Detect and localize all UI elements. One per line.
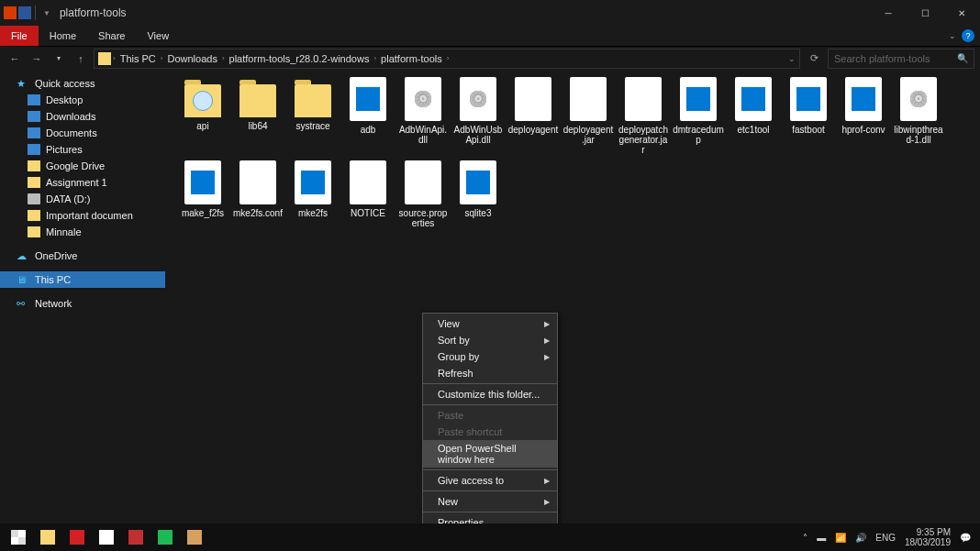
chevron-right-icon[interactable]: › xyxy=(373,54,376,62)
file-item[interactable]: systrace xyxy=(286,77,340,155)
file-item[interactable]: NOTICE xyxy=(341,160,395,228)
tab-share[interactable]: Share xyxy=(87,26,136,46)
nav-documents[interactable]: Documents xyxy=(0,125,165,141)
chevron-right-icon: ▶ xyxy=(544,498,550,506)
downloads-icon xyxy=(28,111,40,122)
menu-item[interactable]: New▶ xyxy=(423,493,557,510)
nav-folder[interactable]: Minnale xyxy=(0,224,165,240)
address-dropdown-icon[interactable]: ⌄ xyxy=(788,54,796,63)
nav-recent-icon[interactable]: ▾ xyxy=(50,50,68,68)
taskbar-popcorn[interactable] xyxy=(180,523,209,551)
taskbar-mail[interactable] xyxy=(92,523,121,551)
tray-language[interactable]: ENG xyxy=(875,533,896,543)
ribbon-tabs: File Home Share View ⌄ ? xyxy=(0,26,980,46)
qat-icon[interactable] xyxy=(18,6,31,19)
breadcrumb-item[interactable]: Downloads xyxy=(164,53,219,64)
taskbar-spotify[interactable] xyxy=(150,523,180,551)
help-icon[interactable]: ? xyxy=(962,29,974,42)
chevron-right-icon[interactable]: › xyxy=(222,54,225,62)
taskbar-app-red[interactable] xyxy=(121,523,150,551)
qat-dropdown-icon[interactable]: ▼ xyxy=(39,9,54,17)
documents-icon xyxy=(28,127,40,138)
tray-volume-icon[interactable]: 🔊 xyxy=(855,533,866,543)
menu-item-label: Paste xyxy=(438,410,463,421)
nav-onedrive[interactable]: ☁OneDrive xyxy=(0,248,165,264)
nav-downloads[interactable]: Downloads xyxy=(0,108,165,125)
nav-pictures[interactable]: Pictures xyxy=(0,141,165,158)
file-item[interactable]: deployagent.jar xyxy=(562,77,615,155)
file-item[interactable]: dmtracedump xyxy=(672,77,725,155)
nav-folder[interactable]: Assignment 1 xyxy=(0,174,165,191)
menu-item[interactable]: Give access to▶ xyxy=(423,472,557,489)
nav-desktop[interactable]: Desktop xyxy=(0,92,165,108)
menu-item[interactable]: Open PowerShell window here xyxy=(423,440,557,468)
file-icon xyxy=(570,77,607,121)
maximize-button[interactable]: ☐ xyxy=(907,0,943,26)
file-item[interactable]: fastboot xyxy=(782,77,835,155)
file-item[interactable]: mke2fs.conf xyxy=(231,160,284,228)
tab-view[interactable]: View xyxy=(136,26,180,46)
file-label: adb xyxy=(361,125,376,135)
file-item[interactable]: AdbWinApi.dll xyxy=(396,77,450,155)
file-grid[interactable]: apilib64systraceadbAdbWinApi.dllAdbWinUs… xyxy=(165,70,980,524)
tray-chevron-icon[interactable]: ˄ xyxy=(803,533,807,543)
chevron-right-icon[interactable]: › xyxy=(161,54,163,62)
explorer-icon xyxy=(40,530,55,545)
tray-battery-icon[interactable]: ▬ xyxy=(817,533,826,543)
file-item[interactable]: adb xyxy=(341,77,395,155)
nav-this-pc[interactable]: 🖥This PC xyxy=(0,271,165,288)
file-item[interactable]: make_f2fs xyxy=(176,160,229,228)
file-item[interactable]: libwinpthread-1.dll xyxy=(892,77,945,155)
menu-separator xyxy=(423,404,557,405)
opera-icon xyxy=(70,530,84,545)
close-button[interactable]: ✕ xyxy=(943,0,980,26)
taskbar-explorer[interactable] xyxy=(33,523,62,551)
breadcrumb-item[interactable]: platform-tools_r28.0.2-windows xyxy=(227,53,373,64)
file-item[interactable]: deployagent xyxy=(507,77,560,155)
menu-item[interactable]: Customize this folder... xyxy=(423,386,557,402)
menu-item[interactable]: Refresh xyxy=(423,365,557,381)
file-item[interactable]: AdbWinUsbApi.dll xyxy=(451,77,505,155)
taskbar-opera[interactable] xyxy=(62,523,92,551)
menu-item-label: Refresh xyxy=(438,368,473,379)
tray-wifi-icon[interactable]: 📶 xyxy=(835,533,846,543)
nav-folder[interactable]: Important documen xyxy=(0,207,165,224)
file-item[interactable]: source.properties xyxy=(396,160,450,228)
chevron-right-icon[interactable]: › xyxy=(113,54,116,62)
nav-forward-button[interactable]: → xyxy=(28,50,46,68)
file-item[interactable]: mke2fs xyxy=(286,160,340,228)
menu-item[interactable]: Group by▶ xyxy=(423,348,557,365)
nav-back-button[interactable]: ← xyxy=(6,50,24,68)
chevron-right-icon[interactable]: › xyxy=(447,54,450,62)
menu-item[interactable]: Sort by▶ xyxy=(423,332,557,348)
nav-quick-access[interactable]: ★Quick access xyxy=(0,75,165,92)
file-item[interactable]: api xyxy=(176,77,229,155)
file-item[interactable]: etc1tool xyxy=(727,77,780,155)
ribbon-help: ⌄ ? xyxy=(949,26,980,46)
file-item[interactable]: deploypatchgenerator.jar xyxy=(617,77,670,155)
nav-up-button[interactable]: ↑ xyxy=(72,50,90,68)
ribbon-expand-icon[interactable]: ⌄ xyxy=(949,31,956,40)
taskbar-start[interactable] xyxy=(4,523,33,551)
file-item[interactable]: sqlite3 xyxy=(451,160,505,228)
menu-item[interactable]: View▶ xyxy=(423,315,557,332)
tab-file[interactable]: File xyxy=(0,26,39,46)
breadcrumb[interactable]: › This PC › Downloads › platform-tools_r… xyxy=(94,49,800,69)
nav-folder[interactable]: Google Drive xyxy=(0,158,165,174)
breadcrumb-item[interactable]: This PC xyxy=(117,53,159,64)
nav-drive[interactable]: DATA (D:) xyxy=(0,191,165,207)
search-input[interactable]: Search platform-tools 🔍 xyxy=(828,49,974,69)
minimize-button[interactable]: ─ xyxy=(870,0,907,26)
mail-icon xyxy=(99,530,114,545)
tab-home[interactable]: Home xyxy=(39,26,87,46)
popcorn-icon xyxy=(187,530,202,545)
refresh-button[interactable]: ⟳ xyxy=(804,52,824,64)
file-item[interactable]: hprof-conv xyxy=(837,77,890,155)
nav-network[interactable]: ⚯Network xyxy=(0,295,165,312)
breadcrumb-item[interactable]: platform-tools xyxy=(378,53,445,64)
notifications-icon[interactable]: 💬 xyxy=(960,533,971,543)
chevron-right-icon: ▶ xyxy=(544,477,550,485)
file-item[interactable]: lib64 xyxy=(231,77,284,155)
taskbar-clock[interactable]: 9:35 PM 18/03/2019 xyxy=(905,527,951,547)
qat-icon[interactable] xyxy=(4,6,17,19)
